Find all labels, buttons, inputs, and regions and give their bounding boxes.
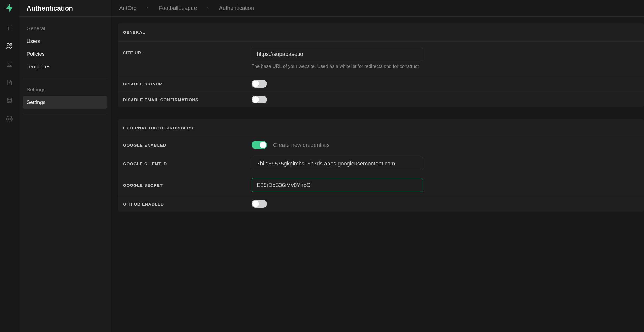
- general-card: GENERAL SITE URL The base URL of your we…: [118, 23, 644, 107]
- gear-icon[interactable]: [6, 115, 13, 123]
- general-heading: GENERAL: [118, 23, 644, 42]
- breadcrumb-section[interactable]: Authentication: [219, 5, 254, 11]
- logo-icon: [6, 4, 13, 13]
- main-pane: AntOrg FootballLeague Authentication GEN…: [111, 0, 644, 332]
- google-client-id-label: GOOGLE CLIENT ID: [123, 161, 246, 166]
- site-url-label: SITE URL: [123, 47, 246, 55]
- chevron-right-icon: [146, 5, 149, 11]
- chevron-right-icon: [206, 5, 210, 11]
- sidebar-item-templates[interactable]: Templates: [23, 60, 107, 73]
- sidebar-group-general-label: General: [23, 22, 107, 35]
- site-url-input[interactable]: [252, 47, 423, 61]
- users-icon[interactable]: [6, 42, 13, 50]
- google-client-id-input[interactable]: [252, 157, 423, 170]
- sidebar-divider: [23, 78, 107, 78]
- google-enabled-label: GOOGLE ENABLED: [123, 143, 246, 147]
- disable-signup-toggle[interactable]: [252, 80, 267, 88]
- sidebar-group-settings-label: Settings: [23, 83, 107, 96]
- svg-point-9: [7, 98, 11, 100]
- icon-rail: [0, 0, 19, 332]
- file-icon[interactable]: [6, 79, 13, 86]
- breadcrumb-org[interactable]: AntOrg: [119, 5, 137, 11]
- table-icon[interactable]: [6, 24, 13, 32]
- github-enabled-toggle[interactable]: [252, 200, 267, 208]
- breadcrumb-project[interactable]: FootballLeague: [159, 5, 197, 11]
- oauth-card: EXTERNAL OAUTH PROVIDERS GOOGLE ENABLED …: [118, 119, 644, 212]
- svg-point-4: [10, 43, 12, 45]
- sidebar-item-policies[interactable]: Policies: [23, 48, 107, 60]
- disable-email-conf-label: DISABLE EMAIL CONFIRMATIONS: [123, 97, 246, 102]
- disable-email-conf-toggle[interactable]: [252, 96, 267, 103]
- sidebar-item-users[interactable]: Users: [23, 35, 107, 48]
- svg-rect-5: [7, 62, 12, 66]
- google-secret-input[interactable]: [252, 178, 423, 192]
- sidebar-divider: [23, 114, 107, 114]
- google-enabled-toggle[interactable]: [252, 141, 267, 149]
- google-secret-label: GOOGLE SECRET: [123, 183, 246, 188]
- page-title: Authentication: [19, 0, 111, 17]
- create-credentials-link[interactable]: Create new credentials: [273, 142, 330, 148]
- database-icon[interactable]: [6, 97, 13, 105]
- breadcrumb: AntOrg FootballLeague Authentication: [111, 0, 644, 17]
- svg-point-3: [7, 43, 9, 46]
- disable-signup-label: DISABLE SIGNUP: [123, 82, 246, 86]
- oauth-heading: EXTERNAL OAUTH PROVIDERS: [118, 119, 644, 137]
- github-enabled-label: GITHUB ENABLED: [123, 202, 246, 206]
- terminal-icon[interactable]: [6, 60, 13, 68]
- sidebar-item-settings[interactable]: Settings: [23, 96, 107, 109]
- sidebar: Authentication General Users Policies Te…: [19, 0, 111, 332]
- site-url-help: The base URL of your website. Used as a …: [252, 64, 639, 69]
- svg-rect-0: [7, 25, 12, 30]
- svg-point-10: [9, 118, 10, 120]
